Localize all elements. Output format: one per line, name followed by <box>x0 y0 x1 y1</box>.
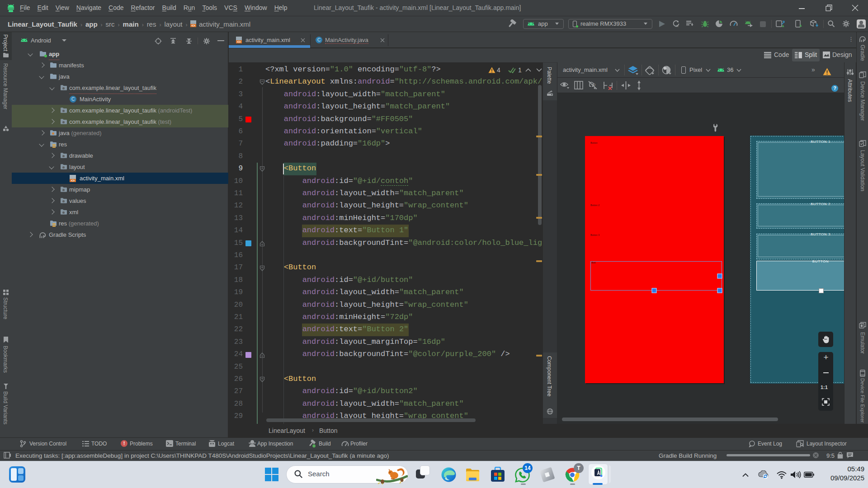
svg-text:A: A <box>676 24 679 28</box>
